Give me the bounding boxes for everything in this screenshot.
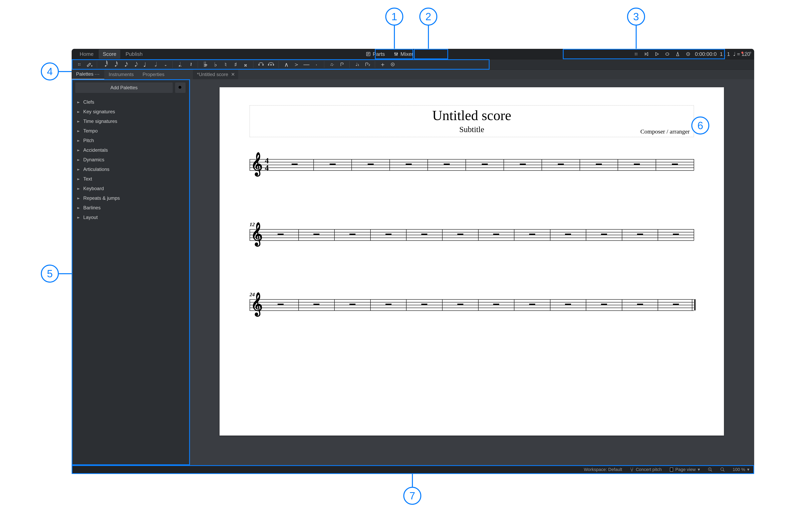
measure-rest[interactable] <box>493 304 499 305</box>
barline[interactable] <box>550 299 550 311</box>
measure-rest[interactable] <box>385 304 392 305</box>
voice2-button[interactable]: ₂ <box>363 60 371 68</box>
rewind-button[interactable] <box>643 51 650 58</box>
measure-rest[interactable] <box>520 164 526 165</box>
workspace-selector[interactable]: Workspace: Default <box>584 467 622 472</box>
barline[interactable] <box>550 229 550 240</box>
flip-button[interactable] <box>338 60 346 68</box>
rest-button[interactable]: 𝄽 <box>186 60 194 68</box>
measure-rest[interactable] <box>558 164 564 165</box>
measure-rest[interactable] <box>634 164 640 165</box>
ellipsis-icon[interactable]: ··· <box>95 71 100 77</box>
note-64th-button[interactable]: 𝅘𝅥𝅱 <box>101 60 109 68</box>
staff[interactable]: 𝄞 <box>250 229 694 240</box>
measure-rest[interactable] <box>278 304 284 305</box>
measure-rest[interactable] <box>673 234 679 235</box>
barline[interactable] <box>370 299 371 311</box>
note-input-mode-button[interactable]: ▾ <box>85 60 93 68</box>
barline[interactable] <box>389 159 390 170</box>
natural-button[interactable]: ♮ <box>222 60 230 68</box>
tab-publish[interactable]: Publish <box>121 50 146 59</box>
zoom-out-button[interactable] <box>720 467 725 472</box>
barline[interactable] <box>580 159 580 170</box>
measure-rest[interactable] <box>421 234 427 235</box>
add-button[interactable]: ＋ <box>379 60 387 68</box>
barline[interactable] <box>478 299 478 311</box>
palette-item[interactable]: ▶Repeats & jumps <box>71 193 189 203</box>
play-button[interactable] <box>653 51 661 58</box>
measure-rest[interactable] <box>406 164 412 165</box>
note-8th-button[interactable]: 𝅘𝅥𝅮 <box>131 60 139 68</box>
note-16th-button[interactable]: 𝅘𝅥𝅯 <box>121 60 129 68</box>
barline[interactable] <box>586 299 586 311</box>
time-signature[interactable]: 44 <box>265 157 269 172</box>
voice1-button[interactable]: ♩₁ <box>353 60 361 68</box>
slur-button[interactable] <box>267 60 275 68</box>
measure-rest[interactable] <box>349 234 355 235</box>
measure-rest[interactable] <box>672 164 678 165</box>
staff-system[interactable]: 24𝄞 <box>250 289 694 329</box>
view-mode-selector[interactable]: Page view ▾ <box>670 467 700 472</box>
palette-item[interactable]: ▶Layout <box>71 212 189 222</box>
max-icon[interactable] <box>749 52 751 54</box>
measure-rest[interactable] <box>313 304 319 305</box>
panel-tab-instruments[interactable]: Instruments <box>104 70 138 79</box>
toolbar-settings-button[interactable] <box>389 60 397 68</box>
mixer-button[interactable]: Mixer <box>390 50 417 59</box>
measure-rest[interactable] <box>637 234 643 235</box>
barline[interactable] <box>478 229 478 240</box>
palette-item[interactable]: ▶Text <box>71 174 189 184</box>
barline[interactable] <box>334 229 335 240</box>
measure-rest[interactable] <box>421 304 427 305</box>
parts-button[interactable]: Parts <box>362 50 388 59</box>
palette-item[interactable]: ▶Key signatures <box>71 107 189 116</box>
staff[interactable]: 𝄞44 <box>250 159 694 170</box>
barline[interactable] <box>428 159 428 170</box>
barline[interactable] <box>370 229 371 240</box>
palette-item[interactable]: ▶Articulations <box>71 165 189 174</box>
measure-rest[interactable] <box>368 164 374 165</box>
palette-item[interactable]: ▶Accidentals <box>71 145 189 155</box>
barline[interactable] <box>656 159 656 170</box>
window-traffic-lights[interactable] <box>741 52 751 54</box>
marcato-button[interactable]: ∧ <box>282 60 290 68</box>
palette-item[interactable]: ▶Keyboard <box>71 184 189 193</box>
title-frame[interactable]: Untitled score Subtitle Composer / arran… <box>250 105 694 137</box>
palette-item[interactable]: ▶Pitch <box>71 136 189 145</box>
barline[interactable] <box>542 159 542 170</box>
measure-rest[interactable] <box>493 234 499 235</box>
add-palettes-button[interactable]: Add Palettes <box>75 83 173 93</box>
note-32nd-button[interactable]: 𝅘𝅥𝅰 <box>111 60 119 68</box>
measure-rest[interactable] <box>444 164 450 165</box>
palette-item[interactable]: ▶Dynamics <box>71 155 189 165</box>
barline[interactable] <box>618 159 618 170</box>
flat-button[interactable]: ♭ <box>211 60 220 68</box>
barline[interactable] <box>514 229 514 240</box>
accent-button[interactable]: ＞ <box>292 60 300 68</box>
double-flat-button[interactable]: 𝄫 <box>202 60 209 68</box>
staff[interactable]: 𝄞 <box>250 299 694 311</box>
close-icon[interactable] <box>741 52 743 54</box>
measure-rest[interactable] <box>673 304 679 305</box>
search-button[interactable] <box>175 83 185 93</box>
staff-system[interactable]: 𝄞44 <box>250 149 694 189</box>
concert-pitch-toggle[interactable]: Concert pitch <box>630 467 662 472</box>
treble-clef[interactable]: 𝄞 <box>251 154 263 174</box>
measure-rest[interactable] <box>482 164 488 165</box>
barline[interactable] <box>298 229 299 240</box>
palette-item[interactable]: ▶Tempo <box>71 126 189 136</box>
measure-rest[interactable] <box>313 234 319 235</box>
barline[interactable] <box>334 299 335 311</box>
barline[interactable] <box>622 229 622 240</box>
barline[interactable] <box>692 299 696 311</box>
measure-rest[interactable] <box>601 304 607 305</box>
barline[interactable] <box>466 159 466 170</box>
measure-rest[interactable] <box>529 234 535 235</box>
panel-tab-palettes[interactable]: Palettes··· <box>71 69 104 79</box>
barline[interactable] <box>694 159 694 170</box>
measure-rest[interactable] <box>457 304 463 305</box>
barline[interactable] <box>406 299 406 311</box>
note-whole-button[interactable]: 𝅝 <box>161 60 169 68</box>
double-sharp-button[interactable]: 𝄪 <box>241 60 250 68</box>
drag-handle-icon[interactable] <box>633 51 640 58</box>
